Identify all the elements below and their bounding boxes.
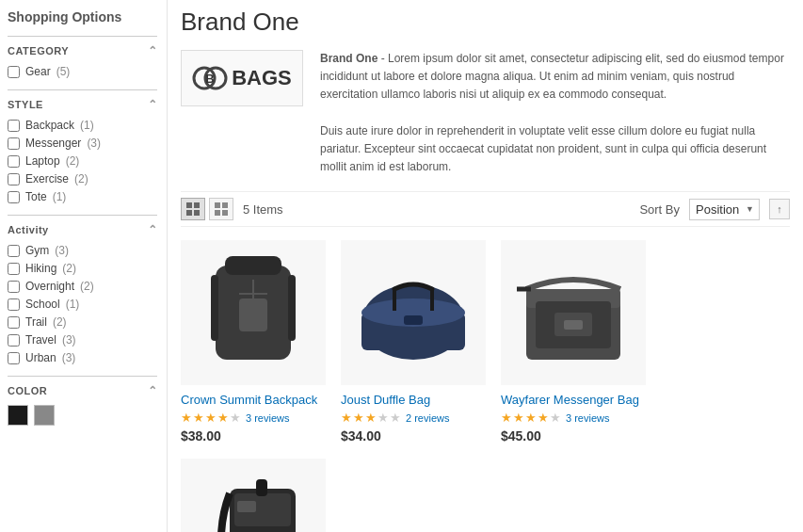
color-swatch[interactable] — [8, 405, 28, 426]
activity-item-name: Travel — [25, 333, 56, 347]
svg-rect-32 — [256, 479, 267, 496]
star-empty: ★ — [230, 411, 241, 425]
activity-checkbox[interactable] — [8, 316, 20, 329]
star-full: ★ — [205, 411, 217, 425]
product-image-wrap[interactable] — [501, 240, 646, 385]
product-price: $34.00 — [341, 428, 486, 443]
category-chevron-icon: ⌃ — [148, 44, 158, 57]
sort-wrapper: Position Name Price — [689, 199, 760, 220]
main-content: Brand One B BAGS Brand One - Lorem ipsum… — [168, 0, 803, 532]
product-image-wrap[interactable] — [341, 240, 486, 385]
style-checkbox[interactable] — [8, 137, 20, 150]
star-rating: ★★★★★ — [181, 411, 241, 425]
product-image-wrap[interactable] — [181, 459, 326, 532]
category-item[interactable]: Gear (5) — [8, 65, 157, 78]
style-section: STYLE ⌃ Backpack (1) Messenger (3) Lapto… — [8, 89, 157, 203]
svg-rect-4 — [194, 202, 200, 208]
activity-item[interactable]: Urban (3) — [8, 351, 157, 364]
activity-item[interactable]: Hiking (2) — [8, 262, 157, 275]
activity-item-name: Urban — [25, 351, 56, 364]
star-rating: ★★★★★ — [341, 411, 401, 425]
activity-item[interactable]: Trail (2) — [8, 315, 157, 329]
category-section: CATEGORY ⌃ Gear (5) — [8, 36, 157, 78]
activity-checkbox[interactable] — [8, 334, 20, 347]
sort-asc-button[interactable]: ↑ — [769, 199, 790, 219]
activity-checkbox[interactable] — [8, 298, 20, 311]
reviews-link[interactable]: 3 reviews — [566, 412, 609, 424]
style-item[interactable]: Tote (1) — [8, 190, 157, 203]
style-header[interactable]: STYLE ⌃ — [8, 98, 157, 111]
color-header[interactable]: COLOR ⌃ — [8, 384, 157, 397]
style-item[interactable]: Messenger (3) — [8, 137, 157, 150]
product-card: Strive Shoulder Pack ★★★★★ 2 reviews $32… — [181, 459, 326, 532]
activity-item[interactable]: School (1) — [8, 298, 157, 311]
brand-logo-bags-text: BAGS — [232, 66, 292, 90]
product-image-wrap[interactable] — [181, 240, 326, 385]
style-checkbox[interactable] — [8, 155, 20, 168]
svg-rect-6 — [194, 210, 200, 216]
style-checkbox[interactable] — [8, 173, 20, 185]
star-half: ★ — [538, 411, 549, 425]
product-name[interactable]: Crown Summit Backpack — [181, 393, 326, 407]
star-full: ★ — [181, 411, 192, 425]
category-header[interactable]: CATEGORY ⌃ — [8, 44, 157, 57]
activity-item[interactable]: Travel (3) — [8, 333, 157, 347]
product-grid: Crown Summit Backpack ★★★★★ 3 reviews $3… — [181, 240, 790, 532]
activity-item-count: (1) — [66, 298, 80, 311]
style-item[interactable]: Backpack (1) — [8, 119, 157, 132]
style-item[interactable]: Laptop (2) — [8, 154, 157, 168]
color-swatch[interactable] — [34, 405, 55, 426]
style-checkbox[interactable] — [8, 191, 20, 203]
activity-item-name: Overnight — [25, 280, 74, 293]
product-name[interactable]: Wayfarer Messenger Bag — [501, 393, 646, 407]
category-item-name: Gear — [25, 65, 51, 78]
svg-rect-7 — [215, 202, 220, 208]
activity-item-count: (3) — [55, 244, 69, 257]
activity-item-name: Hiking — [25, 262, 56, 275]
svg-rect-30 — [237, 501, 256, 512]
svg-rect-3 — [186, 202, 192, 208]
page-title: Brand One — [181, 8, 790, 37]
list-view-button[interactable] — [209, 198, 233, 220]
activity-checkbox[interactable] — [8, 352, 20, 364]
activity-label: Activity — [8, 224, 49, 235]
style-item-name: Exercise — [25, 172, 69, 185]
activity-item[interactable]: Gym (3) — [8, 244, 157, 257]
list-icon — [215, 202, 228, 216]
sort-label: Sort By — [639, 202, 680, 217]
activity-checkbox[interactable] — [8, 263, 20, 275]
grid-view-button[interactable] — [181, 198, 205, 220]
bag-image — [512, 247, 634, 379]
reviews-link[interactable]: 2 reviews — [406, 412, 449, 424]
activity-item-count: (2) — [53, 315, 67, 329]
style-item-count: (2) — [66, 154, 80, 168]
product-price: $45.00 — [501, 428, 646, 443]
toolbar: 5 Items Sort By Position Name Price ↑ — [181, 191, 790, 227]
activity-item-count: (2) — [62, 262, 76, 275]
brand-desc1: - Lorem ipsum dolor sit amet, consectetu… — [320, 52, 784, 101]
star-empty: ★ — [390, 411, 401, 425]
svg-rect-14 — [211, 275, 218, 341]
star-full: ★ — [525, 411, 537, 425]
sort-select[interactable]: Position Name Price — [689, 199, 760, 220]
svg-rect-9 — [215, 210, 220, 216]
star-full: ★ — [341, 411, 352, 425]
reviews-link[interactable]: 3 reviews — [246, 412, 289, 424]
activity-chevron-icon: ⌃ — [148, 223, 158, 236]
style-item-count: (1) — [80, 119, 94, 132]
product-name[interactable]: Joust Duffle Bag — [341, 393, 486, 407]
activity-checkbox[interactable] — [8, 245, 20, 257]
activity-item[interactable]: Overnight (2) — [8, 280, 157, 293]
category-checkbox[interactable] — [8, 66, 20, 78]
svg-rect-5 — [186, 210, 192, 216]
color-swatches — [8, 405, 157, 426]
color-section: COLOR ⌃ — [8, 376, 157, 426]
star-empty: ★ — [377, 411, 389, 425]
activity-checkbox[interactable] — [8, 281, 20, 293]
svg-rect-8 — [222, 202, 228, 208]
activity-item-name: Gym — [25, 244, 49, 257]
brand-desc2: Duis aute irure dolor in reprehenderit i… — [320, 122, 790, 177]
style-checkbox[interactable] — [8, 120, 20, 132]
activity-header[interactable]: Activity ⌃ — [8, 223, 157, 236]
style-item[interactable]: Exercise (2) — [8, 172, 157, 185]
